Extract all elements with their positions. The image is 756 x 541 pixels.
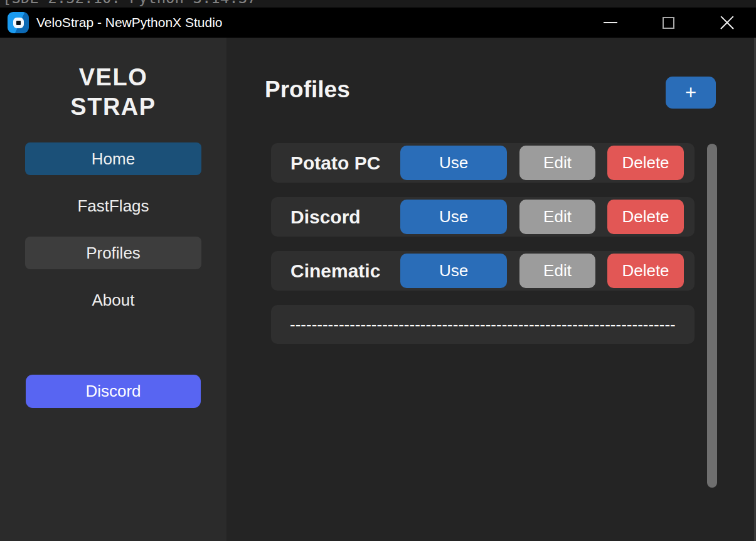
profile-row: Potato PC Use Edit Delete (271, 143, 695, 183)
discord-button[interactable]: Discord (26, 375, 201, 408)
delete-button[interactable]: Delete (607, 254, 684, 288)
use-button[interactable]: Use (400, 146, 507, 180)
sidebar-item-fastflags[interactable]: FastFlags (25, 190, 201, 222)
sidebar-item-home[interactable]: Home (25, 142, 201, 175)
profile-actions: Use Edit Delete (400, 254, 684, 288)
background-window-strip: [SDE 2:52:10: Python 3.14.37 (0, 0, 756, 8)
minimize-icon (604, 22, 617, 23)
use-button[interactable]: Use (400, 200, 507, 234)
app-logo-text: VELO STRAP (70, 63, 156, 122)
edit-button[interactable]: Edit (519, 254, 595, 288)
window-body: VELO STRAP Home FastFlags Profiles About… (0, 38, 756, 541)
window-controls (581, 8, 756, 38)
sidebar: VELO STRAP Home FastFlags Profiles About… (0, 38, 226, 541)
delete-button[interactable]: Delete (607, 146, 684, 180)
app-icon (8, 12, 29, 33)
close-icon (720, 15, 735, 30)
profile-actions: Use Edit Delete (400, 200, 684, 234)
add-profile-button[interactable]: + (666, 77, 716, 109)
profile-row: Cinematic Use Edit Delete (271, 251, 695, 291)
profile-actions: Use Edit Delete (400, 146, 684, 180)
maximize-icon (663, 17, 674, 29)
page-title: Profiles (265, 77, 350, 103)
vertical-scrollbar-thumb[interactable] (707, 144, 717, 488)
close-button[interactable] (698, 8, 756, 38)
sidebar-item-about[interactable]: About (25, 284, 201, 316)
profile-name: Cinematic (290, 260, 380, 282)
clipped-log-text: [SDE 2:52:10: Python 3.14.37 (3, 0, 257, 7)
profiles-list: Potato PC Use Edit Delete Discord Use Ed… (271, 143, 695, 344)
delete-button[interactable]: Delete (607, 200, 684, 234)
window-title: VeloStrap - NewPythonX Studio (36, 15, 223, 30)
maximize-button[interactable] (639, 8, 698, 38)
profile-row: Discord Use Edit Delete (271, 197, 695, 237)
sidebar-item-profiles[interactable]: Profiles (25, 237, 201, 269)
profile-name: Potato PC (290, 153, 380, 174)
edit-button[interactable]: Edit (519, 146, 595, 180)
main-content: Profiles + Potato PC Use Edit Delete Dis… (226, 38, 756, 541)
profile-name: Discord (290, 206, 361, 228)
app-icon-ring (13, 18, 24, 28)
minimize-button[interactable] (581, 8, 639, 38)
sidebar-nav: Home FastFlags Profiles About (25, 142, 201, 331)
edit-button[interactable]: Edit (519, 200, 595, 234)
placeholder-row: ----------------------------------------… (271, 305, 695, 344)
use-button[interactable]: Use (400, 254, 507, 288)
titlebar[interactable]: VeloStrap - NewPythonX Studio (0, 8, 756, 38)
